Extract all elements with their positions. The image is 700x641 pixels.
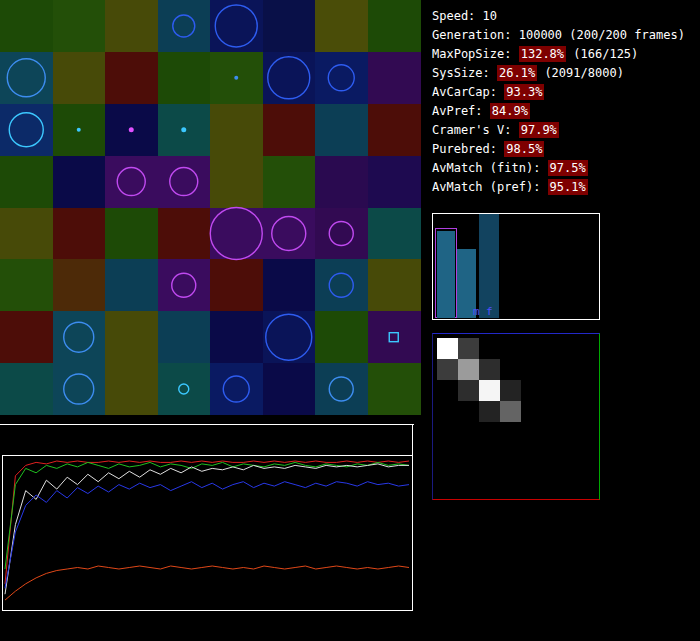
organism-circle[interactable] (329, 221, 353, 245)
organism-circle[interactable] (64, 322, 94, 352)
species-matrix-box (432, 333, 600, 500)
stat-label: AvMatch (pref): (432, 180, 548, 194)
organism-circle[interactable] (215, 5, 257, 47)
series-blue (5, 482, 409, 589)
organism-circle[interactable] (77, 128, 81, 132)
matrix-cell (479, 380, 500, 401)
stat-value: 132.8% (519, 46, 566, 62)
stat-label: AvCarCap: (432, 85, 504, 99)
separator-vertical (412, 424, 413, 457)
stat-row: SysSize: 26.1% (2091/8000) (432, 64, 698, 83)
organism-circle[interactable] (172, 273, 196, 297)
stat-value: 93.3% (504, 84, 544, 100)
stat-row: AvMatch (fitn): 97.5% (432, 159, 698, 178)
organism-circle[interactable] (173, 15, 195, 37)
stat-value: 97.9% (519, 122, 559, 138)
axis-label-f: f (486, 306, 493, 318)
stat-value: 98.5% (504, 141, 544, 157)
matrix-cell (458, 338, 479, 359)
organisms-overlay (0, 0, 420, 415)
organism-circle[interactable] (129, 127, 134, 132)
matrix-cell (479, 359, 500, 380)
histogram-bar (437, 231, 455, 318)
stat-row: AvCarCap: 93.3% (432, 83, 698, 102)
stat-row: Generation: 100000 (200/200 frames) (432, 26, 698, 45)
selection-marker[interactable] (389, 333, 398, 342)
organism-circle[interactable] (181, 127, 186, 132)
stat-row: Speed: 10 (432, 7, 698, 26)
organism-circle[interactable] (117, 168, 145, 196)
axis-label-m: m (473, 306, 480, 318)
organism-circle[interactable] (64, 374, 94, 404)
stat-label: Generation: (432, 28, 519, 42)
organism-circle[interactable] (272, 216, 306, 250)
series-red-bottom (5, 566, 409, 600)
organism-circle[interactable] (9, 113, 43, 147)
stat-label: MaxPopSize: (432, 47, 519, 61)
organism-circle[interactable] (329, 273, 353, 297)
stat-row: AvMatch (pref): 95.1% (432, 178, 698, 197)
histogram-bar (479, 214, 499, 318)
organism-circle[interactable] (234, 76, 238, 80)
stat-row: Purebred: 98.5% (432, 140, 698, 159)
stat-value: 84.9% (490, 103, 530, 119)
simulation-app: Speed: 10Generation: 100000 (200/200 fra… (0, 0, 700, 641)
stats-panel: Speed: 10Generation: 100000 (200/200 fra… (432, 7, 698, 197)
stat-label: AvPref: (432, 104, 490, 118)
matrix-cell (500, 380, 521, 401)
history-chart (3, 456, 412, 610)
stat-value: 26.1% (497, 65, 537, 81)
organism-circle[interactable] (268, 57, 310, 99)
matrix-cell (479, 401, 500, 422)
organism-circle[interactable] (7, 59, 45, 97)
stat-label: Purebred: (432, 142, 504, 156)
organism-circle[interactable] (266, 314, 312, 360)
organism-circle[interactable] (170, 168, 198, 196)
history-chart-box (2, 455, 413, 611)
matrix-cell (458, 359, 479, 380)
stat-value: 10 (483, 9, 497, 23)
organism-circle[interactable] (328, 65, 354, 91)
organism-circle[interactable] (329, 377, 353, 401)
stat-row: AvPref: 84.9% (432, 102, 698, 121)
stat-suffix: (2091/8000) (537, 66, 624, 80)
stat-row: MaxPopSize: 132.8% (166/125) (432, 45, 698, 64)
stat-label: Cramer's V: (432, 123, 519, 137)
organism-circle[interactable] (223, 376, 249, 402)
stat-value: 97.5% (548, 160, 588, 176)
matrix-cell (437, 338, 458, 359)
organism-circle[interactable] (210, 207, 262, 259)
stat-suffix: (166/125) (566, 47, 638, 61)
stat-label: Speed: (432, 9, 483, 23)
organism-circle[interactable] (179, 384, 189, 394)
world-grid[interactable] (0, 0, 420, 415)
stat-row: Cramer's V: 97.9% (432, 121, 698, 140)
matrix-cell (458, 380, 479, 401)
stat-value: 95.1% (548, 179, 588, 195)
separator-horizontal (0, 424, 414, 425)
stat-label: AvMatch (fitn): (432, 161, 548, 175)
sex-histogram-box: mf (432, 213, 600, 320)
matrix-cell (500, 401, 521, 422)
stat-label: SysSize: (432, 66, 497, 80)
stat-value: 100000 (200/200 frames) (519, 28, 685, 42)
matrix-cell (437, 359, 458, 380)
